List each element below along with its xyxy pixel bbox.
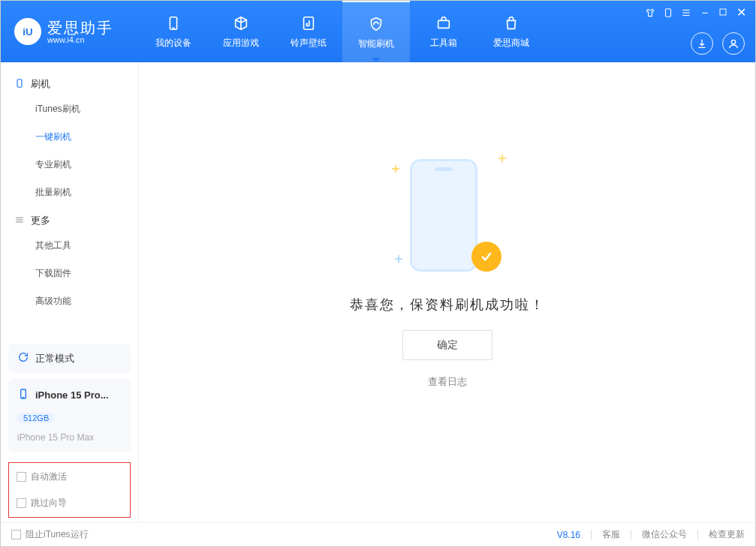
app-window: iU 爱思助手 www.i4.cn 我的设备 应用游戏 铃声壁纸 智能 xyxy=(0,0,756,547)
menu-icon[interactable] xyxy=(681,8,691,18)
feedback-icon[interactable] xyxy=(663,8,673,18)
more-icon xyxy=(14,215,25,227)
checkbox-block-itunes[interactable]: 阻止iTunes运行 xyxy=(11,528,89,541)
svg-rect-4 xyxy=(438,20,450,28)
nav-ringtones-wallpapers[interactable]: 铃声壁纸 xyxy=(275,1,342,62)
sparkle-icon xyxy=(498,155,506,162)
skin-icon[interactable] xyxy=(645,8,655,18)
logo-text: 爱思助手 www.i4.cn xyxy=(47,20,113,44)
top-nav: 我的设备 应用游戏 铃声壁纸 智能刷机 工具箱 爱思商城 xyxy=(140,1,545,62)
checkbox-label: 自动激活 xyxy=(31,470,67,483)
sidebar-group-more: 更多 xyxy=(1,206,138,232)
shopping-bag-icon xyxy=(502,14,520,32)
sidebar-item-pro-flash[interactable]: 专业刷机 xyxy=(1,151,138,179)
app-name: 爱思助手 xyxy=(47,20,113,36)
svg-rect-3 xyxy=(304,17,314,29)
minimize-icon[interactable]: － xyxy=(699,7,711,19)
sidebar-item-oneclick-flash[interactable]: 一键刷机 xyxy=(1,123,138,151)
nav-label: 应用游戏 xyxy=(223,37,259,50)
device-icon xyxy=(17,388,29,402)
nav-label: 铃声壁纸 xyxy=(291,37,327,50)
device-mode-chip[interactable]: 正常模式 xyxy=(8,344,131,373)
nav-label: 爱思商城 xyxy=(493,37,529,50)
success-illustration xyxy=(387,152,508,279)
nav-apps-games[interactable]: 应用游戏 xyxy=(207,1,275,62)
device-title: iPhone 15 Pro... xyxy=(35,389,109,401)
download-button[interactable] xyxy=(691,32,713,55)
sparkle-icon xyxy=(392,165,399,173)
device-card[interactable]: iPhone 15 Pro... 512GB iPhone 15 Pro Max xyxy=(8,379,131,452)
svg-text:iU: iU xyxy=(23,26,32,38)
main-content: 恭喜您，保资料刷机成功啦！ 确定 查看日志 xyxy=(139,62,755,522)
svg-rect-11 xyxy=(17,79,22,87)
sidebar: 刷机 iTunes刷机 一键刷机 专业刷机 批量刷机 更多 其他工具 下载固件 … xyxy=(1,62,139,522)
close-icon[interactable]: ✕ xyxy=(736,7,746,19)
sidebar-item-advanced[interactable]: 高级功能 xyxy=(1,287,138,315)
separator xyxy=(697,530,698,540)
toolbox-icon xyxy=(435,14,453,32)
header: iU 爱思助手 www.i4.cn 我的设备 应用游戏 铃声壁纸 智能 xyxy=(1,1,755,62)
sidebar-group-title: 更多 xyxy=(31,214,50,227)
device-icon xyxy=(164,14,182,32)
sidebar-item-other-tools[interactable]: 其他工具 xyxy=(1,232,138,260)
cube-icon xyxy=(232,14,250,32)
svg-rect-5 xyxy=(666,9,671,17)
nav-label: 智能刷机 xyxy=(358,38,394,50)
maximize-icon[interactable] xyxy=(718,8,729,18)
account-button[interactable] xyxy=(722,32,745,55)
refresh-icon xyxy=(17,351,29,365)
checkmark-badge-icon xyxy=(471,242,501,272)
phone-outline-icon xyxy=(14,78,25,91)
sidebar-item-itunes-flash[interactable]: iTunes刷机 xyxy=(1,95,138,123)
logo-icon: iU xyxy=(14,18,41,45)
support-link[interactable]: 客服 xyxy=(602,528,620,541)
highlighted-options: 自动激活 跳过向导 xyxy=(8,462,131,518)
checkbox-icon xyxy=(11,530,21,539)
app-url: www.i4.cn xyxy=(47,36,113,44)
nav-toolbox[interactable]: 工具箱 xyxy=(410,1,477,62)
checkbox-label: 阻止iTunes运行 xyxy=(26,528,89,541)
storage-badge: 512GB xyxy=(17,413,55,423)
window-controls: － ✕ xyxy=(645,7,746,19)
sidebar-group-title: 刷机 xyxy=(31,77,50,91)
checkbox-icon xyxy=(17,472,26,482)
nav-label: 我的设备 xyxy=(155,37,191,50)
check-update-link[interactable]: 检查更新 xyxy=(709,528,745,541)
logo-block: iU 爱思助手 www.i4.cn xyxy=(1,1,140,62)
version-label: V8.16 xyxy=(557,530,580,540)
sidebar-group-flash: 刷机 xyxy=(1,70,138,95)
svg-point-10 xyxy=(731,40,735,44)
success-message: 恭喜您，保资料刷机成功啦！ xyxy=(350,296,545,314)
footer: 阻止iTunes运行 V8.16 客服 微信公众号 检查更新 xyxy=(1,522,755,546)
sidebar-item-batch-flash[interactable]: 批量刷机 xyxy=(1,179,138,206)
header-actions xyxy=(691,32,745,55)
separator xyxy=(631,530,631,540)
checkbox-auto-activate[interactable]: 自动激活 xyxy=(17,470,67,483)
nav-my-device[interactable]: 我的设备 xyxy=(140,1,207,62)
view-log-link[interactable]: 查看日志 xyxy=(428,375,467,389)
sparkle-icon xyxy=(395,255,402,263)
svg-rect-9 xyxy=(720,9,726,15)
nav-smart-flash[interactable]: 智能刷机 xyxy=(342,1,410,62)
phone-illustration-icon xyxy=(410,159,477,272)
checkbox-label: 跳过向导 xyxy=(31,497,67,509)
separator xyxy=(591,530,592,540)
music-note-icon xyxy=(300,14,318,32)
nav-label: 工具箱 xyxy=(430,37,457,50)
mode-label: 正常模式 xyxy=(35,352,74,365)
nav-store[interactable]: 爱思商城 xyxy=(477,1,545,62)
shield-refresh-icon xyxy=(367,15,385,33)
sidebar-item-download-firmware[interactable]: 下载固件 xyxy=(1,260,138,287)
checkbox-skip-guide[interactable]: 跳过向导 xyxy=(17,497,67,509)
body: 刷机 iTunes刷机 一键刷机 专业刷机 批量刷机 更多 其他工具 下载固件 … xyxy=(1,62,755,522)
ok-button[interactable]: 确定 xyxy=(402,330,492,360)
checkbox-icon xyxy=(17,498,26,508)
device-sub: iPhone 15 Pro Max xyxy=(17,432,94,443)
wechat-link[interactable]: 微信公众号 xyxy=(642,528,687,541)
